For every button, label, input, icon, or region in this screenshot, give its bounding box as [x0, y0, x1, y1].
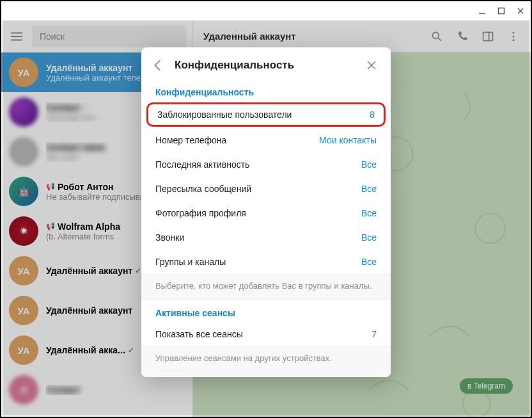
row-label: Показать все сеансы	[155, 329, 243, 339]
row-forwarding[interactable]: Пересылка сообщений Все	[141, 177, 391, 201]
row-label: Фотография профиля	[155, 208, 246, 218]
row-value: Все	[361, 208, 377, 218]
row-value: Все	[361, 257, 377, 267]
section-privacy-label: Конфиденциальность	[141, 79, 391, 101]
row-blocked-users[interactable]: Заблокированные пользователи 8	[146, 102, 386, 127]
dialog-title: Конфиденциальность	[175, 59, 355, 72]
row-profile-photo[interactable]: Фотография профиля Все	[141, 201, 391, 225]
row-value: Все	[361, 232, 377, 243]
row-calls[interactable]: Звонки Все	[141, 225, 391, 250]
row-value: 8	[370, 109, 375, 120]
row-last-seen[interactable]: Последняя активность Все	[141, 152, 391, 177]
row-label: Пересылка сообщений	[155, 184, 251, 194]
close-icon[interactable]	[515, 6, 526, 16]
dialog-body: Конфиденциальность Заблокированные польз…	[141, 79, 391, 377]
close-icon[interactable]	[364, 58, 379, 73]
minimize-icon[interactable]	[477, 6, 487, 16]
row-value: 7	[372, 329, 377, 339]
hint-sessions: Управление сеансами на других устройства…	[141, 346, 391, 377]
svg-rect-1	[499, 8, 505, 14]
hint-groups: Выберите, кто может добавлять Вас в груп…	[141, 274, 391, 300]
window-titlebar	[1, 1, 531, 20]
maximize-icon[interactable]	[496, 6, 506, 16]
privacy-dialog: Конфиденциальность Конфиденциальность За…	[141, 47, 391, 377]
row-value: Мои контакты	[319, 135, 377, 145]
section-sessions-label: Активные сеансы	[141, 300, 391, 322]
row-value: Все	[361, 159, 377, 170]
row-show-sessions[interactable]: Показать все сеансы 7	[141, 322, 391, 346]
row-groups[interactable]: Группы и каналы Все	[141, 250, 391, 274]
modal-overlay[interactable]: Конфиденциальность Конфиденциальность За…	[3, 20, 529, 415]
app-window: Поиск УА Удалённый аккаунт Удалённый акк…	[0, 0, 532, 418]
dialog-header: Конфиденциальность	[141, 47, 391, 79]
row-label: Номер телефона	[155, 135, 226, 145]
row-label: Группы и каналы	[155, 257, 226, 267]
row-label: Заблокированные пользователи	[157, 109, 292, 120]
row-label: Звонки	[155, 232, 184, 243]
row-phone-number[interactable]: Номер телефона Мои контакты	[141, 128, 391, 152]
row-label: Последняя активность	[155, 159, 249, 170]
row-value: Все	[361, 184, 377, 194]
back-arrow-icon[interactable]	[150, 58, 166, 73]
